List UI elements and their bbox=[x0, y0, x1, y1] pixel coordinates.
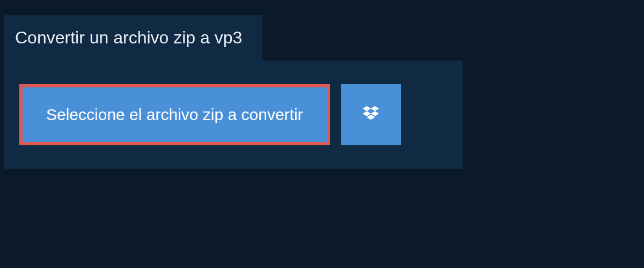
select-file-button[interactable]: Seleccione el archivo zip a convertir bbox=[19, 84, 330, 145]
dropbox-icon bbox=[361, 104, 381, 126]
select-file-label: Seleccione el archivo zip a convertir bbox=[46, 106, 303, 124]
upload-panel: Seleccione el archivo zip a convertir bbox=[4, 61, 463, 169]
page-container: Convertir un archivo zip a vp3 Seleccion… bbox=[0, 0, 644, 169]
dropbox-button[interactable] bbox=[341, 84, 401, 145]
page-title: Convertir un archivo zip a vp3 bbox=[4, 15, 262, 61]
